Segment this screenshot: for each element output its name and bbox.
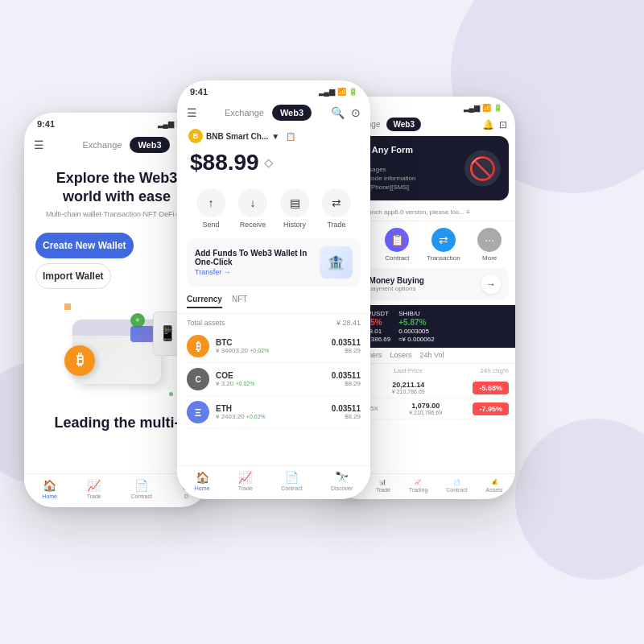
eth-sub-price: ¥ 2403.20 [216,413,246,420]
trade-icon: 📈 [87,479,101,492]
banner-text: Add Funds To Web3 Wallet In One-Click Tr… [195,249,320,276]
row2-price-info: 1,079.00 ¥ 210,786.69 [409,402,442,415]
status-time-2: 9:41 [190,87,208,97]
nav-contract-1[interactable]: 📄 Contract [130,479,151,499]
nav-trade-1[interactable]: 📈 Trade [87,479,101,499]
bitcoin-coin-icon: ₿ [64,345,95,376]
ticker-shib-pair: SHIB/U [398,310,434,317]
tab-exchange-2[interactable]: Exchange [217,105,272,121]
contract-action[interactable]: 📋 Contract [385,228,409,262]
p3-header-icons: 🔔 ⊡ [482,119,507,130]
battery-icon-3: 🔋 [493,104,502,112]
btc-sub-price: ¥ 34003.20 [216,347,250,354]
receive-icon: ↓ [238,188,267,217]
menu-icon-2[interactable]: ☰ [187,106,197,119]
balance-amount: $88.99 ◇ [190,150,357,175]
more-action[interactable]: ··· More [477,228,502,262]
deco-dot-orange [64,303,71,310]
assets-icon: 💰 [491,479,498,485]
create-wallet-button[interactable]: Create New Wallet [35,233,134,258]
grid-icon[interactable]: ⊡ [499,119,507,130]
chain-selector[interactable]: B BNB Smart Ch... ▼ 📋 [188,129,359,143]
diamond-icon: ◇ [264,156,273,169]
nav-trading-3[interactable]: 📈 Trading [409,479,427,493]
wifi-icon-2: 📶 [337,88,346,96]
nav-assets-3[interactable]: 💰 Assets [486,479,503,493]
crypto-left-eth: Ξ ETH ¥ 2403.20 +0.02% [187,401,266,423]
coe-sub-price: ¥ 3.20 [216,380,235,387]
search-icon-2[interactable]: 🔍 [331,106,345,119]
nav-trade-2[interactable]: 📈 Trade [238,471,253,491]
signal-icon-3: ▂▄▆ [464,104,480,112]
add-funds-banner[interactable]: Add Funds To Web3 Wallet In One-Click Tr… [187,238,361,287]
copy-icon[interactable]: 📋 [286,132,295,141]
transaction-action[interactable]: ⇄ Transaction [427,228,460,262]
tab-24h-vol[interactable]: 24h Vol [420,351,444,360]
tab-losers[interactable]: Losers [390,351,412,360]
wallet-illustration: ₿ + 📱 [44,295,189,408]
crypto-row-btc[interactable]: ₿ BTC ¥ 34003.20 +0.02% 0.03511 $8.29 [187,330,361,363]
trading-icon: 📈 [415,479,422,485]
row1-change-badge: -5.68% [473,382,509,394]
eth-change: +0.02% [246,414,266,419]
phones-container: 9:41 ▂▄▆ 📶 🔋 ☰ Exchange Web3 Explore the… [16,32,628,612]
col-24h-chg: 24h chg% [480,367,509,374]
trade-icon-3: 📈 [238,471,252,484]
wallet-visual: ₿ + [72,320,161,384]
bell-icon[interactable]: 🔔 [482,119,494,130]
battery-icon-2: 🔋 [349,88,357,96]
eth-right: 0.03511 $8.29 [332,404,361,420]
deco-dot-green [169,392,173,396]
row1-price-info: 20,211.14 ¥ 210,786.69 [392,381,425,394]
hero-title: Explore the Web3 world with ease [37,169,196,207]
trade-button[interactable]: ⇄ Trade [322,188,351,229]
ticker-shib-change: +5.87% [398,318,434,327]
p2-bottom-nav: 🏠 Home 📈 Trade 📄 Contract 🔭 Discover [177,465,370,499]
send-icon: ↑ [196,188,225,217]
menu-icon[interactable]: ☰ [34,138,44,151]
history-button[interactable]: ▤ History [280,188,309,229]
tab-nft[interactable]: NFT [232,295,247,308]
phone-wallet: 9:41 ▂▄▆ 📶 🔋 ☰ Exchange Web3 🔍 ⊙ B BNB [177,80,370,499]
wallet-balance: $88.99 ◇ [177,147,370,182]
coe-right: 0.03511 $8.29 [332,371,361,387]
receive-button[interactable]: ↓ Receive [238,188,267,229]
ticker-shib: SHIB/U +5.87% 0.0003005 ≈¥ 0.000062 [398,310,434,343]
nav-contract-3[interactable]: 📄 Contract [446,479,467,493]
nav-home-1[interactable]: 🏠 Home [42,479,57,499]
crypto-row-eth[interactable]: Ξ ETH ¥ 2403.20 +0.02% 0.03511 $8.29 [187,396,361,429]
tab-exchange-1[interactable]: Exchange [74,137,130,153]
wallet-selector[interactable]: B BNB Smart Ch... ▼ 📋 [177,127,370,147]
p2-tabs: Exchange Web3 [207,101,321,124]
ticker-shib-sub: ≈¥ 0.000062 [398,336,434,343]
btc-icon: ₿ [187,335,209,357]
eth-icon: Ξ [187,401,209,423]
settings-icon-2[interactable]: ⊙ [351,106,361,119]
btc-info: BTC ¥ 34003.20 +0.02% [216,338,269,354]
send-button[interactable]: ↑ Send [196,188,225,229]
nav-trade-3[interactable]: 📊 Trade [376,479,390,493]
tab-web3-3[interactable]: Web3 [386,118,421,131]
total-assets: Total assets ¥ 28.41 [177,314,370,330]
nav-discover-2[interactable]: 🔭 Discover [331,471,353,491]
currency-tabs: Currency NFT [177,295,370,314]
col-last-price: Last Price [394,367,423,374]
quick-buy-arrow[interactable]: → [481,275,501,294]
crypto-left-coe: C COE ¥ 3.20 +0.02% [187,368,254,390]
tab-web3-1[interactable]: Web3 [130,137,169,153]
nav-home-2[interactable]: 🏠 Home [195,471,210,491]
status-icons-2: ▂▄▆ 📶 🔋 [319,88,357,96]
import-wallet-button[interactable]: Import Wallet [35,263,111,289]
tab-web3-2[interactable]: Web3 [272,105,312,121]
chain-name: BNB Smart Ch... [206,132,268,141]
coe-info: COE ¥ 3.20 +0.02% [216,371,254,387]
transaction-icon: ⇄ [431,228,456,252]
crypto-list: ₿ BTC ¥ 34003.20 +0.02% 0.03511 $8.29 [177,330,370,429]
nav-contract-2[interactable]: 📄 Contract [281,471,302,491]
home-icon-2: 🏠 [196,471,209,484]
tab-currency[interactable]: Currency [187,295,222,308]
crypto-row-coe[interactable]: C COE ¥ 3.20 +0.02% 0.03511 $8.29 [187,363,361,396]
contract-nav-icon: 📄 [453,479,460,485]
wifi-icon-3: 📶 [482,104,491,112]
bnb-chain-icon: B [188,129,203,143]
